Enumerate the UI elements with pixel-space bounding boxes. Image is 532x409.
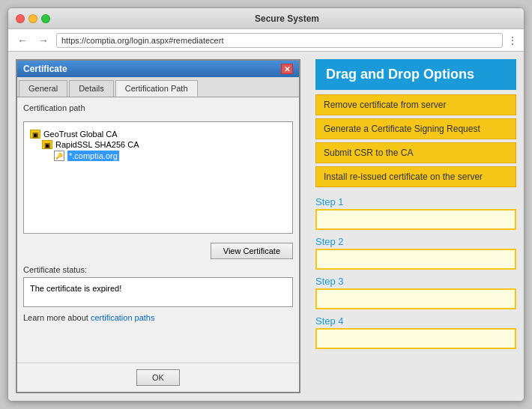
minimize-traffic-light[interactable] (28, 14, 37, 23)
cert-tabs: General Details Certification Path (17, 77, 299, 97)
menu-dots[interactable]: ⋮ (507, 34, 518, 46)
step-2-group: Step 2 (315, 236, 516, 270)
folder-icon-2: ▣ (42, 140, 52, 149)
tree-item-rapidssl[interactable]: ▣ RapidSSL SHA256 CA (42, 140, 286, 149)
cert-icon: 🔑 (54, 151, 64, 161)
dnd-option-3[interactable]: Install re-issued certificate on the ser… (315, 166, 516, 187)
cert-tree: ▣ GeoTrust Global CA ▣ RapidSSL SHA256 C… (27, 125, 289, 230)
cert-close-button[interactable]: ✕ (281, 64, 293, 74)
browser-title: Secure System (58, 13, 516, 24)
view-certificate-button[interactable]: View Certificate (211, 243, 293, 259)
step-3-group: Step 3 (315, 276, 516, 309)
dnd-option-1[interactable]: Generate a Certificate Signing Request (315, 118, 516, 139)
cert-path-label: Certification path (23, 103, 293, 112)
traffic-lights (16, 14, 50, 23)
cert-body: Certification path ▣ GeoTrust Global CA … (17, 97, 299, 363)
tab-details[interactable]: Details (69, 80, 114, 97)
tree-item-comptia[interactable]: 🔑 *.comptia.org (54, 151, 286, 161)
step-1-drop-zone[interactable] (315, 209, 516, 230)
ok-button[interactable]: OK (136, 369, 180, 386)
close-traffic-light[interactable] (16, 14, 25, 23)
tab-general[interactable]: General (19, 80, 67, 97)
cert-path-box: ▣ GeoTrust Global CA ▣ RapidSSL SHA256 C… (23, 121, 293, 234)
dnd-steps: Step 1 Step 2 Step 3 Step 4 (315, 196, 516, 349)
cert-status-text: The certificate is expired! (30, 284, 121, 293)
main-content: Certificate ✕ General Details Certificat… (8, 52, 524, 401)
certification-paths-link[interactable]: certification paths (91, 313, 155, 322)
step-3-label: Step 3 (315, 276, 516, 287)
step-4-label: Step 4 (315, 315, 516, 327)
title-bar: Secure System (8, 8, 524, 29)
step-1-group: Step 1 (315, 196, 516, 230)
step-4-group: Step 4 (315, 315, 516, 349)
folder-icon: ▣ (30, 130, 40, 139)
tab-certification-path[interactable]: Certification Path (115, 80, 198, 97)
address-bar: ← → ⋮ (8, 29, 524, 52)
cert-title-bar: Certificate ✕ (17, 61, 299, 77)
back-button[interactable]: ← (14, 33, 31, 48)
step-2-label: Step 2 (315, 236, 516, 247)
certificate-dialog: Certificate ✕ General Details Certificat… (16, 59, 300, 393)
step-3-drop-zone[interactable] (315, 288, 516, 309)
step-1-label: Step 1 (315, 196, 516, 207)
url-input[interactable] (56, 33, 503, 48)
maximize-traffic-light[interactable] (41, 14, 50, 23)
cert-status-section: Certificate status: The certificate is e… (23, 265, 293, 307)
step-2-drop-zone[interactable] (315, 249, 516, 270)
cert-dialog-title: Certificate (23, 64, 67, 74)
cert-footer: OK (17, 363, 299, 392)
dnd-panel: Drag and Drop Options Remove certificate… (308, 52, 524, 401)
cert-status-box: The certificate is expired! (23, 277, 293, 307)
dnd-option-2[interactable]: Submit CSR to the CA (315, 142, 516, 163)
step-4-drop-zone[interactable] (315, 328, 516, 349)
browser-window: Secure System ← → ⋮ Certificate ✕ Genera… (7, 7, 525, 402)
tree-item-geotrust[interactable]: ▣ GeoTrust Global CA (30, 130, 286, 139)
dnd-title: Drag and Drop Options (315, 59, 516, 90)
forward-button[interactable]: → (35, 33, 52, 48)
cert-learn-more: Learn more about certification paths (23, 313, 293, 322)
cert-status-label: Certificate status: (23, 265, 293, 274)
dnd-option-0[interactable]: Remove certificate from server (315, 94, 516, 115)
